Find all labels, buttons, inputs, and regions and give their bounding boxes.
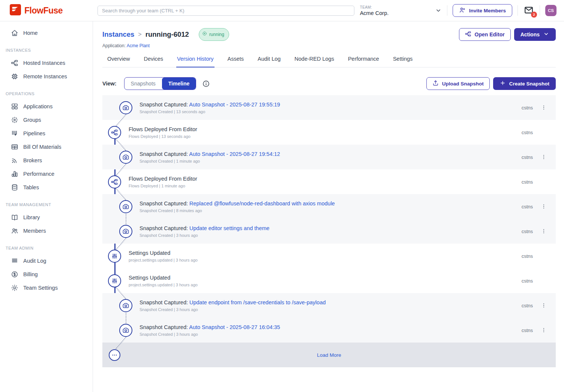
- pipelines-icon: [11, 130, 18, 137]
- header-divider: [447, 5, 447, 16]
- snapshot-link[interactable]: Update endpoint from /save-credentials t…: [189, 299, 326, 305]
- event-user: cstns: [522, 179, 533, 185]
- head-buttons: Open Editor Actions: [459, 28, 556, 41]
- sidebar-item-team-settings[interactable]: Team Settings: [0, 281, 93, 295]
- event-meta: Snapshot Created | 3 hours ago: [140, 332, 280, 337]
- tab-node-red-logs[interactable]: Node-RED Logs: [294, 56, 335, 67]
- sidebar-item-members[interactable]: Members: [0, 224, 93, 238]
- camera-icon: [119, 151, 132, 164]
- timeline-row: Snapshot Captured: Auto Snapshot - 2025-…: [102, 95, 556, 120]
- open-editor-button[interactable]: Open Editor: [459, 28, 511, 41]
- breadcrumb-instances-link[interactable]: Instances: [102, 30, 134, 39]
- team-name: Acme Corp.: [360, 10, 389, 16]
- tab-overview[interactable]: Overview: [106, 56, 130, 67]
- view-toggle: Snapshots Timeline: [124, 77, 196, 90]
- user-avatar[interactable]: CS: [545, 5, 556, 16]
- timeline-load-more-row: Load More: [102, 343, 556, 367]
- broadcast-icon: [11, 157, 18, 164]
- gear-icon: [11, 284, 18, 292]
- event-title: Snapshot Captured:: [140, 151, 188, 157]
- invite-members-label: Invite Members: [469, 8, 506, 13]
- application-link[interactable]: Acme Plant: [127, 43, 150, 48]
- sidebar-item-label: Performance: [23, 171, 54, 177]
- timeline-connector: [126, 212, 126, 225]
- sidebar-item-brokers[interactable]: Brokers: [0, 154, 93, 167]
- sidebar-item-home[interactable]: Home: [0, 26, 93, 40]
- sidebar-item-library[interactable]: Library: [0, 211, 93, 224]
- snapshot-link[interactable]: Update editor settings and theme: [189, 225, 270, 231]
- event-meta: project.settings.updated | 3 hours ago: [129, 283, 198, 287]
- node-editor-icon: [465, 31, 471, 38]
- snapshot-link[interactable]: Auto Snapshot - 2025-08-27 19:55:19: [189, 102, 280, 108]
- sidebar-item-tables[interactable]: Tables: [0, 181, 93, 194]
- sidebar-item-label: Library: [23, 214, 40, 220]
- tab-audit-log[interactable]: Audit Log: [257, 56, 281, 67]
- invite-members-button[interactable]: Invite Members: [453, 4, 512, 17]
- breadcrumb: Instances > running-6012 running: [102, 28, 229, 41]
- chevron-down-icon: [435, 7, 442, 14]
- ellipsis-icon: [109, 349, 120, 361]
- kebab-menu-icon[interactable]: [541, 154, 547, 160]
- timeline-row: Settings Updated project.settings.update…: [102, 244, 556, 268]
- event-meta: Snapshot Created | 13 seconds ago: [140, 109, 280, 114]
- event-title: Snapshot Captured:: [140, 324, 188, 330]
- sidebar-item-pipelines[interactable]: Pipelines: [0, 127, 93, 140]
- toggle-timeline[interactable]: Timeline: [162, 78, 196, 90]
- search-input[interactable]: [98, 6, 354, 16]
- team-selector[interactable]: TEAM: Acme Corp.: [360, 5, 442, 16]
- plus-icon: [500, 80, 506, 87]
- info-icon[interactable]: [202, 80, 210, 88]
- chevron-down-icon: [543, 31, 549, 38]
- sidebar-item-remote-instances[interactable]: Remote Instances: [0, 70, 93, 83]
- tab-assets[interactable]: Assets: [227, 56, 245, 67]
- sidebar-item-performance[interactable]: Performance: [0, 167, 93, 181]
- sidebar-item-applications[interactable]: Applications: [0, 100, 93, 113]
- tab-settings[interactable]: Settings: [392, 56, 413, 67]
- upload-icon: [432, 80, 439, 87]
- load-more-link[interactable]: Load More: [102, 352, 556, 358]
- snapshot-link[interactable]: Auto Snapshot - 2025-08-27 19:54:12: [189, 151, 280, 157]
- kebab-menu-icon[interactable]: [541, 203, 547, 209]
- tab-version-history[interactable]: Version History: [176, 56, 214, 67]
- sidebar-item-label: Brokers: [23, 157, 42, 163]
- sidebar-item-groups[interactable]: Groups: [0, 113, 93, 127]
- chip-icon: [11, 73, 18, 80]
- upload-snapshot-button[interactable]: Upload Snapshot: [426, 77, 490, 90]
- sidebar-item-billing[interactable]: Billing: [0, 268, 93, 281]
- kebab-menu-icon[interactable]: [541, 327, 547, 333]
- flowfuse-logo[interactable]: FlowFuse: [10, 4, 98, 17]
- sidebar-item-label: Members: [23, 228, 46, 234]
- event-user: cstns: [522, 328, 533, 333]
- kebab-menu-icon[interactable]: [541, 228, 547, 234]
- kebab-menu-icon[interactable]: [541, 105, 547, 111]
- notifications-button[interactable]: 2: [523, 5, 534, 16]
- status-badge: running: [199, 28, 229, 41]
- sidebar-item-bill-of-materials[interactable]: Bill Of Materials: [0, 140, 93, 154]
- database-icon: [11, 184, 18, 191]
- event-meta: Flows Deployed | 13 seconds ago: [129, 134, 197, 139]
- kebab-menu-icon[interactable]: [541, 302, 547, 308]
- camera-icon: [119, 225, 132, 238]
- application-line: Application: Acme Plant: [102, 43, 229, 48]
- event-meta: project.settings.updated | 3 hours ago: [129, 258, 198, 262]
- sidebar-item-audit-log[interactable]: Audit Log: [0, 254, 93, 268]
- create-snapshot-button[interactable]: Create Snapshot: [493, 77, 556, 90]
- timeline-row: Snapshot Captured: Update editor setting…: [102, 219, 556, 244]
- camera-icon: [119, 324, 132, 337]
- chart-icon: [11, 170, 18, 178]
- tab-devices[interactable]: Devices: [143, 56, 164, 67]
- toggle-snapshots[interactable]: Snapshots: [124, 78, 162, 90]
- event-title: Snapshot Captured:: [140, 299, 188, 305]
- snapshot-link[interactable]: Auto Snapshot - 2025-08-27 16:04:35: [189, 324, 280, 330]
- tab-performance[interactable]: Performance: [347, 56, 380, 67]
- sidebar-item-hosted-instances[interactable]: Hosted Instances: [0, 56, 93, 70]
- timeline-row: Snapshot Captured: Update endpoint from …: [102, 293, 556, 318]
- chip2-icon: [11, 116, 18, 124]
- sidebar-item-label: Team Settings: [23, 285, 58, 291]
- actions-button[interactable]: Actions: [514, 28, 556, 41]
- snapshot-link[interactable]: Replaced @flowfuse/node-red-dashboard wi…: [189, 200, 335, 206]
- actions-label: Actions: [520, 31, 540, 37]
- event-user: cstns: [522, 105, 533, 111]
- version-timeline: Snapshot Captured: Auto Snapshot - 2025-…: [102, 95, 556, 367]
- event-user: cstns: [522, 204, 533, 209]
